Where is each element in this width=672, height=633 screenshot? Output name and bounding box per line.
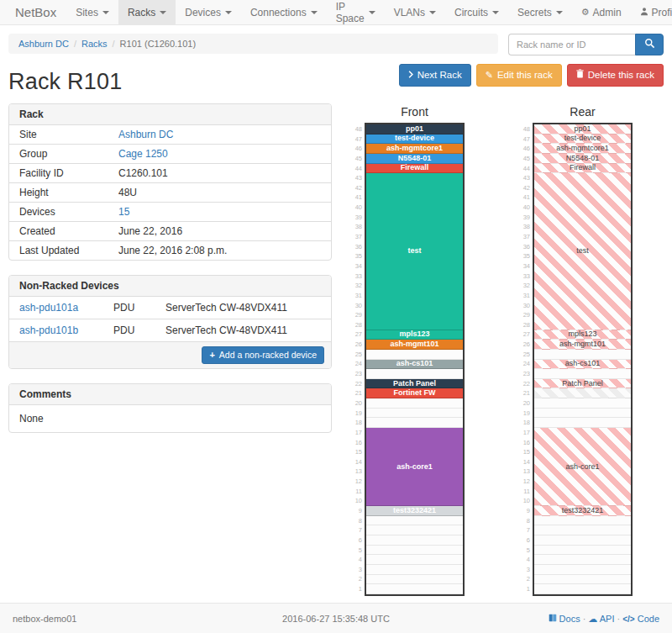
rack-unit-device[interactable]: Patch Panel <box>366 379 463 389</box>
unit-number: 21 <box>518 388 530 398</box>
rack-unit-device[interactable]: mpls123 <box>534 330 631 340</box>
device-name: ash-pdu101b <box>19 324 113 336</box>
unit-number: 13 <box>350 467 362 477</box>
rack-unit-device[interactable]: N5548-01 <box>366 154 463 164</box>
delete-rack-button[interactable]: Delete this rack <box>567 64 664 87</box>
rack-unit-empty <box>366 575 463 585</box>
unit-number: 44 <box>518 164 530 174</box>
rack-panel-title: Rack <box>9 104 331 125</box>
elevation-body: 4847464544434241403938373635343332313029… <box>518 123 633 596</box>
rack-unit-device[interactable]: test3232421 <box>366 506 463 516</box>
rack-unit-device[interactable]: Patch Panel <box>534 379 631 389</box>
nav-item-devices[interactable]: Devices <box>176 0 241 24</box>
unit-number: 21 <box>350 388 362 398</box>
chevron-down-icon <box>556 11 563 14</box>
rack-unit-device[interactable]: test <box>534 173 631 330</box>
rack-unit-device[interactable]: N5548-01 <box>534 154 631 164</box>
rack-unit-device[interactable] <box>534 388 631 398</box>
rack-unit-empty <box>534 584 631 594</box>
rack-unit-device[interactable]: ash-mgmt101 <box>366 340 463 350</box>
rack-unit-device[interactable]: Fortinet FW <box>366 388 463 398</box>
unit-number: 14 <box>350 457 362 467</box>
unit-number: 9 <box>518 506 530 516</box>
rack-unit-device[interactable]: Firewall <box>534 164 631 174</box>
nav-item-admin[interactable]: ⚙ Admin <box>572 0 631 24</box>
nonracked-rows: ash-pdu101aPDUServerTech CW-48VDX411ash-… <box>9 297 331 341</box>
rack-unit-device[interactable]: test-device <box>534 135 631 145</box>
unit-number: 3 <box>518 565 530 575</box>
rack-unit-device[interactable]: ash-cs101 <box>366 360 463 370</box>
netbox-brand[interactable]: NetBox <box>5 0 66 24</box>
unit-number: 23 <box>518 369 530 379</box>
unit-number: 12 <box>350 477 362 487</box>
rack-unit-device[interactable]: ash-core1 <box>534 428 631 506</box>
search-button[interactable] <box>635 34 664 55</box>
code-link[interactable]: </> Code <box>622 614 659 624</box>
attr-value-text: June 22, 2016 <box>118 225 182 237</box>
search-icon <box>644 38 655 51</box>
unit-number: 34 <box>350 261 362 272</box>
unit-number: 25 <box>518 350 530 360</box>
rack-unit-empty <box>534 350 631 360</box>
rack-front: pp01test-deviceash-mgmtcore1N5548-01Fire… <box>365 123 465 596</box>
attr-value-link[interactable]: 15 <box>118 206 129 218</box>
unit-number: 32 <box>350 281 362 291</box>
nav-item-sites[interactable]: Sites <box>66 0 118 24</box>
api-link[interactable]: ☁ API <box>588 614 614 624</box>
attr-label: Created <box>19 225 118 237</box>
nav-item-profile[interactable]: Profile <box>631 0 672 24</box>
docs-link[interactable]: Docs <box>549 614 580 624</box>
rack-unit-device[interactable]: test3232421 <box>534 506 631 516</box>
unit-number: 27 <box>518 330 530 340</box>
unit-number: 43 <box>350 173 362 183</box>
unit-number: 9 <box>350 506 362 516</box>
rack-unit-device[interactable]: ash-mgmt101 <box>534 340 631 350</box>
nav-item-label: Circuits <box>454 7 488 18</box>
rack-unit-device[interactable]: pp01 <box>366 124 463 135</box>
chevron-down-icon <box>311 11 318 14</box>
edit-rack-label: Edit this rack <box>497 70 553 82</box>
rack-unit-device[interactable]: test <box>366 173 463 330</box>
rack-attr-row: Devices15 <box>9 202 331 221</box>
nav-item-ip-space[interactable]: IP Space <box>327 0 385 24</box>
nav-item-connections[interactable]: Connections <box>241 0 327 24</box>
rack-unit-device[interactable]: test-device <box>366 135 463 145</box>
rack-unit-device[interactable]: mpls123 <box>366 330 463 340</box>
rack-unit-device[interactable]: ash-core1 <box>366 428 463 506</box>
unit-number: 17 <box>350 428 362 438</box>
rack-unit-device[interactable]: ash-cs101 <box>534 360 631 370</box>
device-name-link[interactable]: ash-pdu101a <box>19 302 78 314</box>
pencil-icon: ✎ <box>486 71 493 80</box>
unit-number: 33 <box>518 272 530 282</box>
unit-number: 41 <box>518 193 530 203</box>
device-name: ash-pdu101a <box>19 302 113 314</box>
attr-value-link[interactable]: Cage 1250 <box>118 148 168 160</box>
nav-item-racks[interactable]: Racks <box>118 0 176 24</box>
unit-number: 48 <box>518 124 530 135</box>
rack-unit-device[interactable]: ash-mgmtcore1 <box>366 144 463 154</box>
attr-value-text: C1260.101 <box>118 167 168 179</box>
nav-item-secrets[interactable]: Secrets <box>508 0 572 24</box>
nav-item-vlans[interactable]: VLANs <box>385 0 445 24</box>
unit-number: 28 <box>518 320 530 330</box>
unit-number: 18 <box>350 418 362 428</box>
add-nonracked-device-button[interactable]: + Add a non-racked device <box>202 346 324 364</box>
search-input[interactable] <box>508 34 635 55</box>
edit-rack-button[interactable]: ✎ Edit this rack <box>476 64 562 87</box>
attr-value-link[interactable]: Ashburn DC <box>118 129 173 140</box>
device-name-link[interactable]: ash-pdu101b <box>19 324 78 336</box>
rack-unit-empty <box>366 516 463 526</box>
unit-number: 24 <box>350 359 362 369</box>
breadcrumb-item[interactable]: Ashburn DC <box>18 39 69 49</box>
breadcrumb-item[interactable]: Racks <box>81 39 108 49</box>
rack-unit-empty <box>366 350 463 360</box>
rack-unit-device[interactable]: pp01 <box>534 124 631 135</box>
next-rack-button[interactable]: Next Rack <box>399 64 471 87</box>
rack-unit-empty <box>366 369 463 379</box>
rack-unit-device[interactable]: Firewall <box>366 164 463 174</box>
nav-item-label: Sites <box>76 7 98 18</box>
chevron-down-icon <box>429 11 436 14</box>
nav-item-circuits[interactable]: Circuits <box>445 0 508 24</box>
chevron-right-icon <box>408 70 413 82</box>
rack-unit-device[interactable]: ash-mgmtcore1 <box>534 144 631 154</box>
